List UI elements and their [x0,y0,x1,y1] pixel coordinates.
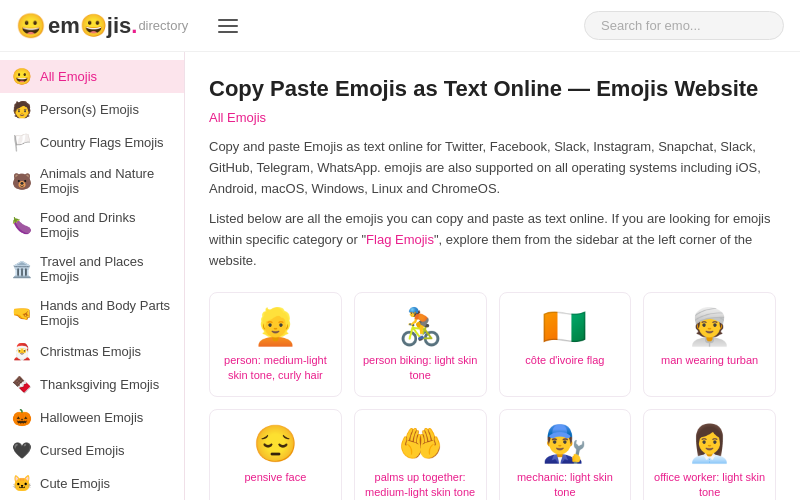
emoji-card-4[interactable]: 😔 pensive face [209,409,342,500]
emoji-label-7: office worker: light skin tone [652,470,767,500]
emoji-label-5: palms up together: medium-light skin ton… [363,470,478,500]
sidebar-emoji-travel: 🏛️ [12,260,32,279]
sidebar-label-thanksgiving: Thanksgiving Emojis [40,377,159,392]
emoji-card-5[interactable]: 🤲 palms up together: medium-light skin t… [354,409,487,500]
description-1: Copy and paste Emojis as text online for… [209,137,776,199]
page-title: Copy Paste Emojis as Text Online — Emoji… [209,76,776,102]
logo-directory: directory [138,18,188,33]
emoji-card-3[interactable]: 👳 man wearing turban [643,292,776,397]
sidebar-label-animals: Animals and Nature Emojis [40,166,172,196]
sidebar-item-persons[interactable]: 🧑Person(s) Emojis [0,93,184,126]
emoji-label-6: mechanic: light skin tone [508,470,623,500]
logo-dot: . [131,13,137,39]
breadcrumb-link[interactable]: All Emojis [209,110,776,125]
sidebar-item-cute[interactable]: 🐱Cute Emojis [0,467,184,500]
emoji-char-5: 🤲 [398,426,443,462]
top-navigation: 😀 em😀jis . directory Search for emo... [0,0,800,52]
emoji-label-1: person biking: light skin tone [363,353,478,384]
sidebar-emoji-cute: 🐱 [12,474,32,493]
sidebar-emoji-all-emojis: 😀 [12,67,32,86]
emoji-char-4: 😔 [253,426,298,462]
emoji-char-6: 👨‍🔧 [542,426,587,462]
sidebar-emoji-country-flags: 🏳️ [12,133,32,152]
sidebar-item-all-emojis[interactable]: 😀All Emojis [0,60,184,93]
sidebar-item-christmas[interactable]: 🎅Christmas Emojis [0,335,184,368]
sidebar-emoji-cursed: 🖤 [12,441,32,460]
hamburger-line-2 [218,25,238,27]
hamburger-button[interactable] [212,13,244,39]
emoji-label-3: man wearing turban [661,353,758,368]
sidebar-item-halloween[interactable]: 🎃Halloween Emojis [0,401,184,434]
emoji-char-3: 👳 [687,309,732,345]
sidebar-item-hands[interactable]: 🤜Hands and Body Parts Emojis [0,291,184,335]
sidebar-label-hands: Hands and Body Parts Emojis [40,298,172,328]
sidebar-item-animals[interactable]: 🐻Animals and Nature Emojis [0,159,184,203]
sidebar: 😀All Emojis🧑Person(s) Emojis🏳️Country Fl… [0,52,185,500]
emoji-char-1: 🚴 [398,309,443,345]
sidebar-item-travel[interactable]: 🏛️Travel and Places Emojis [0,247,184,291]
sidebar-emoji-food: 🍆 [12,216,32,235]
sidebar-label-all-emojis: All Emojis [40,69,97,84]
emoji-char-7: 👩‍💼 [687,426,732,462]
emoji-label-0: person: medium-light skin tone, curly ha… [218,353,333,384]
search-input[interactable]: Search for emo... [584,11,784,40]
sidebar-label-christmas: Christmas Emojis [40,344,141,359]
emoji-grid: 👱 person: medium-light skin tone, curly … [209,292,776,500]
emoji-card-1[interactable]: 🚴 person biking: light skin tone [354,292,487,397]
main-content: Copy Paste Emojis as Text Online — Emoji… [185,52,800,500]
sidebar-emoji-halloween: 🎃 [12,408,32,427]
sidebar-label-cursed: Cursed Emojis [40,443,125,458]
sidebar-item-country-flags[interactable]: 🏳️Country Flags Emojis [0,126,184,159]
sidebar-label-halloween: Halloween Emojis [40,410,143,425]
sidebar-emoji-thanksgiving: 🍫 [12,375,32,394]
sidebar-label-cute: Cute Emojis [40,476,110,491]
sidebar-item-thanksgiving[interactable]: 🍫Thanksgiving Emojis [0,368,184,401]
hamburger-line-1 [218,19,238,21]
sidebar-label-food: Food and Drinks Emojis [40,210,172,240]
main-layout: 😀All Emojis🧑Person(s) Emojis🏳️Country Fl… [0,52,800,500]
emoji-label-2: côte d'ivoire flag [525,353,604,368]
emoji-label-4: pensive face [244,470,306,485]
sidebar-label-country-flags: Country Flags Emojis [40,135,164,150]
sidebar-emoji-persons: 🧑 [12,100,32,119]
emoji-card-7[interactable]: 👩‍💼 office worker: light skin tone [643,409,776,500]
sidebar-item-food[interactable]: 🍆Food and Drinks Emojis [0,203,184,247]
emoji-card-0[interactable]: 👱 person: medium-light skin tone, curly … [209,292,342,397]
sidebar-emoji-animals: 🐻 [12,172,32,191]
logo[interactable]: 😀 em😀jis . directory [16,12,188,40]
emoji-char-0: 👱 [253,309,298,345]
logo-emoji: 😀 [16,12,46,40]
sidebar-item-cursed[interactable]: 🖤Cursed Emojis [0,434,184,467]
emoji-char-2: 🇨🇮 [542,309,587,345]
sidebar-label-persons: Person(s) Emojis [40,102,139,117]
hamburger-line-3 [218,31,238,33]
sidebar-label-travel: Travel and Places Emojis [40,254,172,284]
emoji-card-2[interactable]: 🇨🇮 côte d'ivoire flag [499,292,632,397]
sidebar-emoji-hands: 🤜 [12,304,32,323]
emoji-card-6[interactable]: 👨‍🔧 mechanic: light skin tone [499,409,632,500]
description-2: Listed below are all the emojis you can … [209,209,776,271]
logo-text: em😀jis [48,13,131,39]
sidebar-emoji-christmas: 🎅 [12,342,32,361]
flag-emojis-link[interactable]: Flag Emojis [366,232,434,247]
